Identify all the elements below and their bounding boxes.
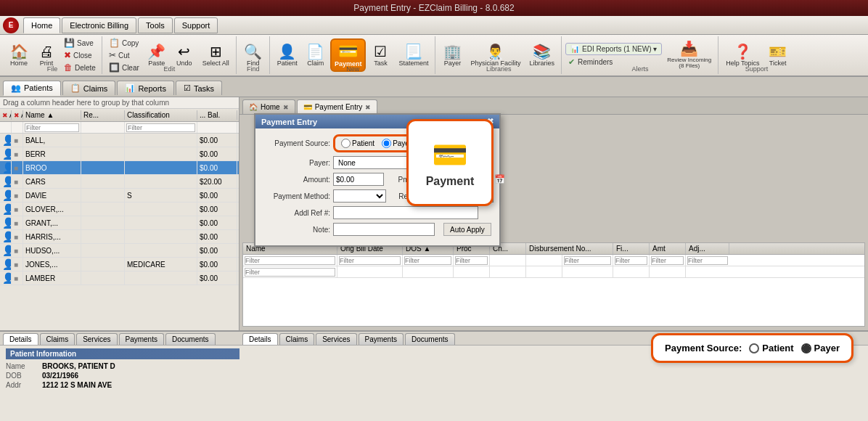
right-payments-tab[interactable]: Payments xyxy=(359,333,404,345)
grid-filter2-name[interactable] xyxy=(245,268,335,277)
review-incoming-button[interactable]: 📥 Review Incoming(8 Files) xyxy=(663,38,715,72)
patient-row-grant[interactable]: 👤 ■ GRANT,... $0.00 xyxy=(0,216,239,230)
col-name[interactable]: Name ▲ xyxy=(23,110,81,120)
home-button[interactable]: 🏠 Home xyxy=(6,38,32,72)
amount-input[interactable] xyxy=(333,173,384,186)
addl-ref-input[interactable] xyxy=(333,206,478,219)
libraries-icon: 📚 xyxy=(533,44,551,59)
grid-col-disbursement[interactable]: Disbursement No... xyxy=(526,243,613,254)
method-select[interactable] xyxy=(333,189,386,203)
menu-tab-support[interactable]: Support xyxy=(174,17,218,33)
claims-tab-icon: 📋 xyxy=(70,83,81,93)
right-documents-tab[interactable]: Documents xyxy=(405,333,455,345)
save-button[interactable]: 💾 Save xyxy=(61,37,99,49)
doc-tab-home[interactable]: 🏠 Home ✖ xyxy=(242,99,295,114)
toolbar-group-alerts: 📊 EDI Reports (1 NEW) ▾ ✔ Reminders 📥 Re… xyxy=(562,36,718,74)
col-bal[interactable]: ... Bal. xyxy=(197,110,237,120)
toolbar-group-find: 🔍 Find Find xyxy=(237,36,270,74)
patient-table-header: ✖ A... ✖ A... Name ▲ Re... Classificatio… xyxy=(0,109,239,122)
edi-reports-button[interactable]: 📊 EDI Reports (1 NEW) ▾ xyxy=(565,43,662,55)
payment-tab-close[interactable]: ✖ xyxy=(365,104,371,111)
tab-patients[interactable]: 👥 Patients xyxy=(3,81,61,96)
patient-addr-val: 1212 12 S MAIN AVE xyxy=(42,381,112,389)
close-button[interactable]: ✖ Close xyxy=(61,49,99,61)
claim-button[interactable]: 📄 Claim xyxy=(303,38,329,72)
grid-filter-fi[interactable] xyxy=(615,256,647,265)
statement-button[interactable]: 📃 Statement xyxy=(395,38,432,72)
clear-button[interactable]: 🔲 Clear xyxy=(106,62,142,73)
amount-label: Amount: xyxy=(261,176,330,184)
patient-row-davie[interactable]: 👤 ■ DAVIE S $0.00 xyxy=(0,189,239,203)
tab-tasks[interactable]: ☑ Tasks xyxy=(176,81,222,95)
patient-row-glover[interactable]: 👤 ■ GLOVER,... $0.00 xyxy=(0,203,239,216)
right-details-tab[interactable]: Details xyxy=(242,333,278,345)
patient-row-hudson[interactable]: 👤 ■ HUDSO,... $0.00 xyxy=(0,244,239,258)
patient-row-harris[interactable]: 👤 ■ HARRIS,... $0.00 xyxy=(0,230,239,244)
menu-tab-electronic-billing[interactable]: Electronic Billing xyxy=(62,17,136,33)
patient-icon: 👤 xyxy=(278,44,296,59)
tab-reports[interactable]: 📊 Reports xyxy=(117,81,174,95)
patient-radio[interactable] xyxy=(341,139,351,148)
doc-tab-payment-entry[interactable]: 💳 Payment Entry ✖ xyxy=(297,99,378,114)
patient-row-jones[interactable]: 👤 ■ JONES,... MEDICARE $0.00 xyxy=(0,258,239,271)
grid-col-amt[interactable]: Amt xyxy=(650,243,686,254)
patient-button[interactable]: 👤 Patient xyxy=(274,38,301,72)
payer-label: Payer: xyxy=(261,159,330,167)
home-tab-close[interactable]: ✖ xyxy=(283,104,289,111)
cut-button[interactable]: ✂ Cut xyxy=(106,49,142,61)
grid-filter-dos[interactable] xyxy=(404,256,451,265)
grid-filter-row xyxy=(243,255,864,266)
patient-row-cars[interactable]: 👤 ■ CARS $20.00 xyxy=(0,175,239,189)
bottom-tab-services[interactable]: Services xyxy=(76,333,117,345)
select-all-button[interactable]: ⊞ Select All xyxy=(199,38,233,72)
filter-name[interactable] xyxy=(25,123,79,132)
copy-button[interactable]: 📋 Copy xyxy=(106,37,142,49)
patient-row-lamber[interactable]: 👤 ■ LAMBER $0.00 xyxy=(0,271,239,285)
checkmark-icon: ✔ xyxy=(568,57,575,67)
grid-filter-amt[interactable] xyxy=(651,256,684,265)
home-tab-icon: 🏠 xyxy=(249,103,258,111)
title-bar: Payment Entry - EZClaim Billing - 8.0.68… xyxy=(0,0,868,16)
toolbar-group-edit: 📋 Copy ✂ Cut 🔲 Clear 📌 Paste ↩ Undo ⊞ Se… xyxy=(103,36,237,74)
patient-row-brooks[interactable]: 👤 ■ BROO $0.00 xyxy=(0,161,239,175)
grid-filter-disb[interactable] xyxy=(564,256,611,265)
payer-radio[interactable] xyxy=(382,139,391,148)
task-button[interactable]: ☑ Task xyxy=(367,38,393,72)
grid-filter-date[interactable] xyxy=(339,256,401,265)
right-claims-tab[interactable]: Claims xyxy=(279,333,315,345)
grid-filter-adj[interactable] xyxy=(687,256,728,265)
callout-patient-radio[interactable]: Patient xyxy=(749,343,793,353)
patient-row-berry[interactable]: 👤 ■ BERR $0.00 xyxy=(0,147,239,161)
bottom-tab-documents[interactable]: Documents xyxy=(165,333,216,345)
main-layout: Drag a column header here to group by th… xyxy=(0,97,868,421)
calendar-icon[interactable]: 📅 xyxy=(494,174,505,184)
patient-row-ball[interactable]: 👤 ■ BALL, $0.00 xyxy=(0,134,239,147)
grid-col-adj[interactable]: Adj... xyxy=(686,243,729,254)
reminders-button[interactable]: ✔ Reminders xyxy=(565,57,615,68)
libraries-button[interactable]: 📚 Libraries xyxy=(525,38,558,72)
addl-ref-label: Addl Ref #: xyxy=(261,209,330,217)
auto-apply-button[interactable]: Auto Apply xyxy=(443,223,491,236)
bottom-tab-details[interactable]: Details xyxy=(3,333,38,345)
file-actions: 💾 Save ✖ Close 🗑 Delete xyxy=(61,37,99,73)
grid-filter-name[interactable] xyxy=(245,256,335,265)
payer-button[interactable]: 🏢 Payer xyxy=(439,38,465,72)
col-class[interactable]: Classification xyxy=(125,110,197,120)
patient-radio-label[interactable]: Patient xyxy=(341,139,374,148)
grid-filter-proc[interactable] xyxy=(455,256,488,265)
menu-tab-home[interactable]: Home xyxy=(23,17,60,33)
addl-ref-row: Addl Ref #: xyxy=(261,206,494,219)
delete-button[interactable]: 🗑 Delete xyxy=(61,62,99,73)
right-services-tab[interactable]: Services xyxy=(316,333,356,345)
note-input[interactable] xyxy=(333,223,435,236)
menu-tab-tools[interactable]: Tools xyxy=(138,17,173,33)
payer-circle-icon xyxy=(801,343,811,353)
col-ref[interactable]: Re... xyxy=(81,110,125,120)
callout-payer-radio[interactable]: Payer xyxy=(801,343,840,353)
grid-col-fi[interactable]: Fi... xyxy=(613,243,650,254)
bottom-tab-payments[interactable]: Payments xyxy=(119,333,164,345)
tab-claims[interactable]: 📋 Claims xyxy=(62,81,116,95)
filter-class[interactable] xyxy=(126,123,195,132)
ticket-button[interactable]: 🎫 Ticket xyxy=(765,38,791,72)
bottom-tab-claims[interactable]: Claims xyxy=(40,333,75,345)
